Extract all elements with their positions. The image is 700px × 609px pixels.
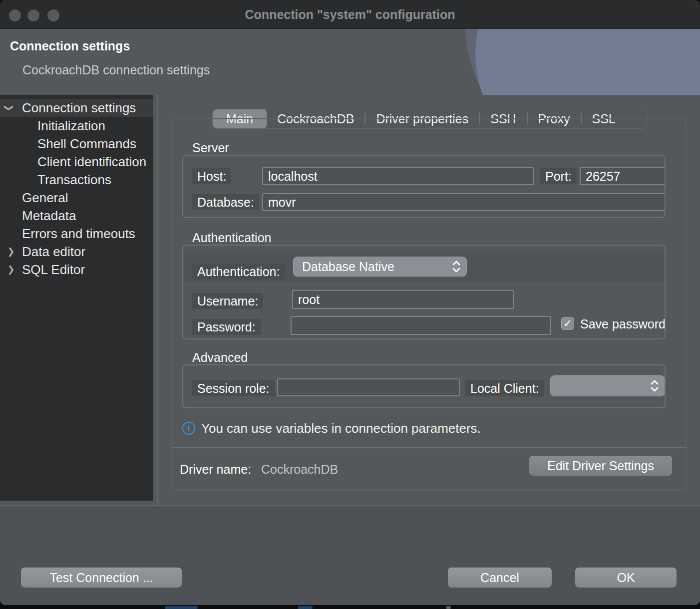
edit-driver-settings-button[interactable]: Edit Driver Settings [529, 456, 672, 476]
chevron-right-icon[interactable]: ❯ [4, 261, 17, 279]
database-input[interactable] [262, 193, 666, 211]
sidebar-item-label: Client identification [37, 153, 146, 171]
driver-name-value: CockroachDB [261, 462, 338, 477]
save-password-label[interactable]: Save password [580, 317, 666, 331]
advanced-section-label: Advanced [192, 350, 248, 365]
sidebar-item-client-identification[interactable]: Client identification [0, 153, 153, 171]
port-label: Port: [540, 168, 577, 184]
username-input[interactable] [292, 290, 514, 309]
dropdown-stepper-icon [452, 260, 461, 274]
dialog-content: ❯ Connection settings Initialization She… [0, 95, 700, 505]
sidebar-item-label: Errors and timeouts [22, 225, 135, 243]
sidebar-item-metadata[interactable]: Metadata [0, 207, 153, 225]
titlebar[interactable]: Connection "system" configuration [0, 0, 700, 29]
dialog-footer: Test Connection ... Cancel OK [0, 505, 700, 605]
desktop-artifact [165, 606, 198, 609]
sidebar-item-label: Transactions [37, 171, 111, 189]
server-group: Host: Port: Database: [182, 155, 666, 218]
desktop-artifact [446, 606, 451, 609]
sidebar-item-shell-commands[interactable]: Shell Commands [0, 135, 153, 153]
authentication-select-value: Database Native [293, 260, 452, 274]
authentication-section-label: Authentication [192, 231, 271, 245]
settings-tree: ❯ Connection settings Initialization She… [0, 95, 153, 501]
cancel-button[interactable]: Cancel [448, 568, 552, 588]
database-label: Database: [192, 194, 259, 210]
page-subtitle: CockroachDB connection settings [22, 63, 210, 77]
sidebar-item-transactions[interactable]: Transactions [0, 171, 153, 189]
sidebar-item-label: Connection settings [22, 99, 136, 117]
host-label: Host: [192, 168, 231, 184]
test-connection-button[interactable]: Test Connection ... [21, 568, 182, 588]
password-input[interactable] [291, 316, 551, 335]
server-section-label: Server [192, 141, 229, 155]
sidebar-item-initialization[interactable]: Initialization [0, 117, 153, 135]
sidebar-item-label: Shell Commands [37, 135, 136, 153]
sidebar-item-label: Metadata [22, 207, 76, 225]
info-icon: i [182, 422, 195, 435]
session-role-input[interactable] [277, 378, 460, 396]
page-title: Connection settings [10, 39, 130, 53]
authentication-group: Authentication: Database Native Username… [182, 245, 666, 339]
sidebar-divider [157, 95, 158, 505]
sidebar-item-label: SQL Editor [22, 261, 85, 279]
authentication-select[interactable]: Database Native [293, 257, 467, 277]
desktop-background-strip [0, 605, 700, 609]
authentication-label: Authentication: [192, 264, 285, 280]
advanced-group: Session role: Local Client: [182, 364, 666, 408]
password-label: Password: [192, 319, 261, 335]
local-client-label: Local Client: [465, 380, 544, 396]
chevron-down-icon[interactable]: ❯ [0, 101, 18, 114]
header-decoration-arc-2 [475, 29, 700, 95]
driver-divider [171, 447, 687, 448]
variables-hint-text: You can use variables in connection para… [201, 421, 481, 436]
ok-button[interactable]: OK [575, 568, 677, 588]
username-label: Username: [192, 293, 263, 309]
sidebar-item-label: Data editor [22, 243, 85, 261]
dialog-header: Connection settings CockroachDB connecti… [0, 29, 700, 95]
local-client-select[interactable] [550, 375, 665, 396]
port-input[interactable] [580, 167, 666, 185]
chevron-right-icon[interactable]: ❯ [4, 243, 17, 261]
sidebar-item-data-editor[interactable]: ❯ Data editor [0, 243, 153, 261]
connection-configuration-dialog: Connection "system" configuration Connec… [0, 0, 700, 605]
sidebar-item-sql-editor[interactable]: ❯ SQL Editor [0, 261, 153, 279]
sidebar-item-general[interactable]: General [0, 189, 153, 207]
dropdown-stepper-icon [650, 379, 659, 393]
host-input[interactable] [262, 167, 534, 185]
save-password-checkbox[interactable]: ✓ [561, 317, 574, 330]
sidebar-item-connection-settings[interactable]: ❯ Connection settings [0, 99, 153, 117]
sidebar-item-label: General [22, 189, 68, 207]
session-role-label: Session role: [192, 380, 275, 396]
sidebar-item-label: Initialization [37, 117, 105, 135]
driver-name-label: Driver name: [180, 462, 251, 477]
desktop-artifact [298, 606, 313, 609]
sidebar-item-errors-and-timeouts[interactable]: Errors and timeouts [0, 225, 153, 243]
window-title: Connection "system" configuration [0, 0, 700, 29]
